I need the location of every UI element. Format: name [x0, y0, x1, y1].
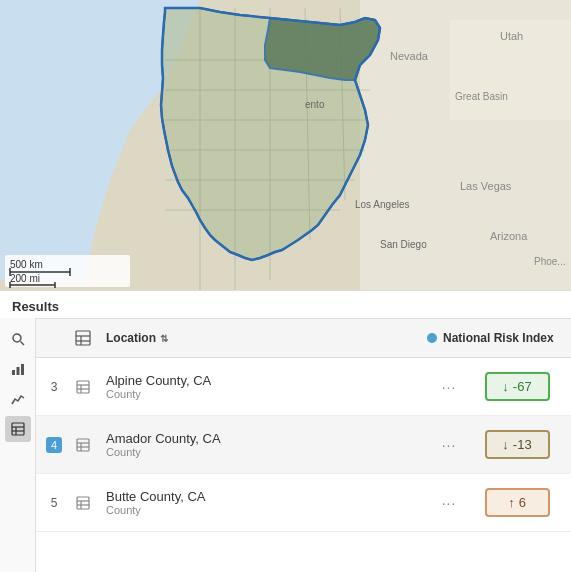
table-row: 5 Butte County, CA County ···	[36, 474, 571, 532]
row-location-info: Alpine County, CA County	[98, 373, 431, 400]
search-icon-btn[interactable]	[5, 326, 31, 352]
svg-text:Phoe...: Phoe...	[534, 256, 566, 267]
svg-rect-41	[21, 364, 24, 375]
row-table-icon	[68, 496, 98, 510]
row-nri-value: ↓ -67	[467, 372, 567, 401]
results-panel: Results	[0, 290, 571, 572]
row-location-info: Amador County, CA County	[98, 431, 431, 458]
table-row: 4 Amador County, CA County ···	[36, 416, 571, 474]
row-number: 5	[40, 496, 68, 510]
row-more-options[interactable]: ···	[431, 495, 467, 511]
down-arrow-icon: ↓	[502, 437, 509, 452]
main-layout: Location ⇅ National Risk Index 3	[0, 318, 571, 572]
row-table-icon	[68, 438, 98, 452]
svg-text:Arizona: Arizona	[490, 230, 528, 242]
location-name: Butte County, CA	[106, 489, 423, 504]
bar-chart-icon-btn[interactable]	[5, 356, 31, 382]
row-nri-value: ↑ 6	[467, 488, 567, 517]
left-sidebar	[0, 318, 36, 572]
nri-badge: ↓ -13	[485, 430, 550, 459]
nri-badge: ↓ -67	[485, 372, 550, 401]
svg-text:Utah: Utah	[500, 30, 523, 42]
svg-rect-40	[16, 367, 19, 375]
nri-number: -67	[513, 379, 532, 394]
svg-rect-46	[76, 331, 90, 345]
location-name: Amador County, CA	[106, 431, 423, 446]
svg-text:200 mi: 200 mi	[10, 273, 40, 284]
row-table-icon	[68, 380, 98, 394]
svg-text:San Diego: San Diego	[380, 239, 427, 250]
down-arrow-icon: ↓	[502, 379, 509, 394]
table-grid-icon	[75, 330, 91, 346]
nri-badge: ↑ 6	[485, 488, 550, 517]
svg-rect-54	[77, 439, 89, 451]
row-number: 4	[40, 437, 68, 453]
location-type: County	[106, 446, 423, 458]
svg-text:Great Basin: Great Basin	[455, 91, 508, 102]
svg-rect-50	[77, 381, 89, 393]
up-arrow-icon: ↑	[508, 495, 515, 510]
location-type: County	[106, 504, 423, 516]
sort-icon[interactable]: ⇅	[160, 333, 168, 344]
svg-text:500 km: 500 km	[10, 259, 43, 270]
svg-rect-58	[77, 497, 89, 509]
nri-number: 6	[519, 495, 526, 510]
row-grid-icon	[76, 438, 90, 452]
row-more-options[interactable]: ···	[431, 437, 467, 453]
location-column-header: Location ⇅	[98, 331, 427, 345]
svg-text:Los Angeles: Los Angeles	[355, 199, 410, 210]
table-content: Location ⇅ National Risk Index 3	[36, 318, 571, 572]
nri-number: -13	[513, 437, 532, 452]
table-row: 3 Alpine County, CA County ···	[36, 358, 571, 416]
row-more-options[interactable]: ···	[431, 379, 467, 395]
svg-point-37	[13, 334, 21, 342]
header-table-icon-col	[68, 330, 98, 346]
row-grid-icon	[76, 496, 90, 510]
svg-rect-39	[12, 370, 15, 375]
nri-label: National Risk Index	[443, 331, 554, 345]
map-area: Nevada Great Basin Utah Las Vegas Arizon…	[0, 0, 571, 290]
nri-column-header: National Risk Index	[427, 331, 567, 345]
line-chart-icon-btn[interactable]	[5, 386, 31, 412]
svg-line-38	[20, 342, 24, 346]
location-type: County	[106, 388, 423, 400]
table-icon-btn[interactable]	[5, 416, 31, 442]
svg-text:Las Vegas: Las Vegas	[460, 180, 512, 192]
svg-text:ento: ento	[305, 99, 325, 110]
row-nri-value: ↓ -13	[467, 430, 567, 459]
row-number: 3	[40, 380, 68, 394]
nri-dot	[427, 333, 437, 343]
svg-text:Nevada: Nevada	[390, 50, 429, 62]
row-location-info: Butte County, CA County	[98, 489, 431, 516]
row-grid-icon	[76, 380, 90, 394]
svg-rect-42	[12, 423, 24, 435]
location-name: Alpine County, CA	[106, 373, 423, 388]
table-header: Location ⇅ National Risk Index	[36, 318, 571, 358]
results-title: Results	[0, 291, 571, 318]
location-label: Location	[106, 331, 156, 345]
